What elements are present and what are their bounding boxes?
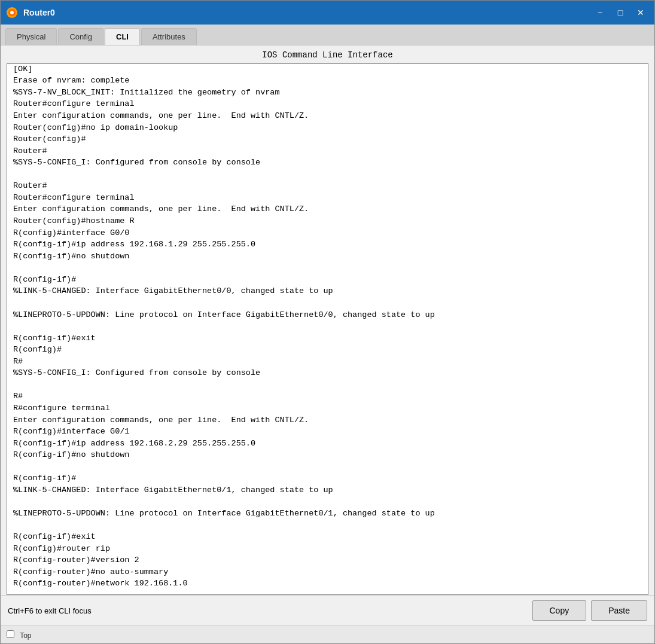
tab-cli[interactable]: CLI — [105, 28, 140, 45]
terminal-text: Router>enable Router#erase startup-confi… — [13, 64, 642, 590]
minimize-button[interactable]: − — [591, 5, 609, 20]
tab-attributes[interactable]: Attributes — [141, 28, 197, 45]
window-title: Router0 — [23, 8, 591, 17]
bottom-bar: Ctrl+F6 to exit CLI focus Copy Paste — [1, 595, 654, 625]
window-controls: − □ ✕ — [591, 5, 650, 20]
main-window: Router0 − □ ✕ Physical Config CLI Attrib… — [0, 0, 655, 644]
tabs-bar: Physical Config CLI Attributes — [1, 25, 654, 45]
main-content: IOS Command Line Interface Router>enable… — [1, 45, 654, 625]
ios-title: IOS Command Line Interface — [1, 45, 654, 63]
copy-button[interactable]: Copy — [532, 600, 587, 621]
titlebar: Router0 − □ ✕ — [1, 1, 654, 25]
terminal-scroll[interactable]: Router>enable Router#erase startup-confi… — [7, 64, 648, 594]
tab-physical[interactable]: Physical — [5, 28, 57, 45]
close-button[interactable]: ✕ — [632, 5, 650, 20]
svg-point-2 — [10, 11, 14, 14]
cli-hint: Ctrl+F6 to exit CLI focus — [8, 606, 532, 615]
status-text: Top — [7, 630, 31, 640]
top-checkbox[interactable] — [7, 630, 14, 638]
maximize-button[interactable]: □ — [611, 5, 629, 20]
status-bar: Top — [1, 625, 654, 643]
paste-button[interactable]: Paste — [591, 600, 647, 621]
tab-config[interactable]: Config — [58, 28, 103, 45]
terminal-wrapper: Router>enable Router#erase startup-confi… — [7, 63, 648, 595]
router-icon — [5, 6, 19, 19]
bottom-buttons: Copy Paste — [532, 600, 648, 621]
